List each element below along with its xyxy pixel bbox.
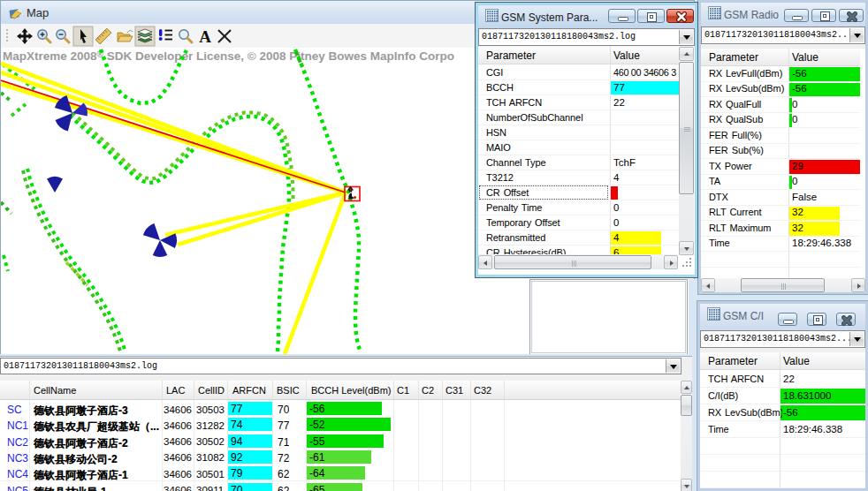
- svg-text:A: A: [199, 27, 211, 46]
